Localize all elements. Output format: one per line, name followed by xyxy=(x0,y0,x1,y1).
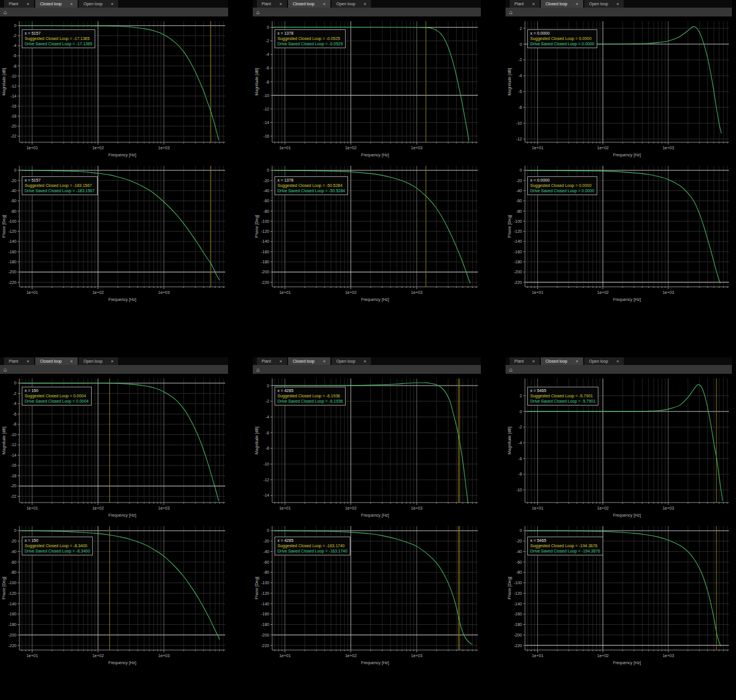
y-tick-label: -4 xyxy=(518,441,522,445)
tab-closed-loop[interactable]: Closed loop✕ xyxy=(288,0,330,8)
y-axis-label: Magnitude [dB] xyxy=(2,427,6,454)
y-tick-label: -14 xyxy=(11,453,16,457)
tab-close-icon[interactable]: ✕ xyxy=(363,359,366,363)
tab-close-icon[interactable]: ✕ xyxy=(616,2,619,6)
tab-label: Open loop xyxy=(589,2,608,6)
home-icon[interactable]: ⌂ xyxy=(4,367,7,373)
tab-close-icon[interactable]: ✕ xyxy=(616,359,619,363)
y-tick-label: -14 xyxy=(11,94,16,98)
tab-close-icon[interactable]: ✕ xyxy=(279,359,282,363)
home-icon[interactable]: ⌂ xyxy=(4,9,7,15)
y-axis-label: Phase [Deg] xyxy=(2,215,6,238)
tab-plant[interactable]: Plant✕ xyxy=(4,357,34,365)
home-icon[interactable]: ⌂ xyxy=(509,367,513,373)
charts-area: 0-2-4-6-8-10-12-141e+011e+021e+03Frequen… xyxy=(253,374,481,669)
y-tick-label: -80 xyxy=(11,209,16,213)
tab-open-loop[interactable]: Open loop✕ xyxy=(584,0,624,8)
y-tick-label: -220 xyxy=(261,644,269,648)
tab-close-icon[interactable]: ✕ xyxy=(70,359,73,363)
tab-plant[interactable]: Plant✕ xyxy=(510,0,540,8)
tab-closed-loop[interactable]: Closed loop✕ xyxy=(288,357,330,365)
y-tick-label: -10 xyxy=(516,121,522,125)
tab-close-icon[interactable]: ✕ xyxy=(532,2,535,6)
charts-area: 0-2-4-6-8-10-12-14-161e+011e+021e+03Freq… xyxy=(253,16,481,306)
tab-plant[interactable]: Plant✕ xyxy=(510,357,540,365)
y-tick-label: -10 xyxy=(263,93,269,98)
y-tick-label: -2 xyxy=(266,39,269,43)
y-axis-label: Magnitude [dB] xyxy=(507,68,512,95)
y-tick-label: -120 xyxy=(261,591,269,595)
tab-plant[interactable]: Plant✕ xyxy=(257,0,287,8)
y-tick-label: -18 xyxy=(11,114,16,118)
tab-open-loop[interactable]: Open loop✕ xyxy=(584,357,624,365)
magnitude-chart-container: 20-2-4-6-8-10-121e+011e+021e+03Frequency… xyxy=(506,16,732,161)
y-tick-label: -16 xyxy=(263,134,269,138)
tab-closed-loop[interactable]: Closed loop✕ xyxy=(541,357,583,365)
tab-close-icon[interactable]: ✕ xyxy=(26,359,29,363)
tab-label: Open loop xyxy=(83,359,102,363)
x-axis-label: Frequency [Hz] xyxy=(613,297,641,302)
tab-label: Plant xyxy=(9,359,18,363)
magnitude-chart-container: 20-2-4-6-8-101e+011e+021e+03Frequency [H… xyxy=(506,374,732,521)
tab-open-loop[interactable]: Open loop✕ xyxy=(79,357,118,365)
tab-closed-loop[interactable]: Closed loop✕ xyxy=(35,357,78,365)
tab-plant[interactable]: Plant✕ xyxy=(4,0,34,8)
drive-saved-closed-loop-value: Drive Saved Closed Loop = -5.7901 xyxy=(530,398,596,404)
y-tick-label: -100 xyxy=(8,219,16,223)
y-tick-label: -80 xyxy=(263,570,269,574)
y-tick-label: -8 xyxy=(266,80,269,84)
bode-panel: Plant✕Closed loop✕Open loop✕⌂0-2-4-6-8-1… xyxy=(0,357,228,669)
y-tick-label: -60 xyxy=(263,560,269,564)
y-tick-label: -160 xyxy=(261,612,269,616)
tab-close-icon[interactable]: ✕ xyxy=(323,359,326,363)
x-axis-label: Frequency [Hz] xyxy=(613,661,641,665)
tab-plant[interactable]: Plant✕ xyxy=(257,357,287,365)
y-tick-label: -80 xyxy=(263,209,269,213)
x-tick-label: 1e+02 xyxy=(92,290,104,294)
tab-close-icon[interactable]: ✕ xyxy=(70,2,73,6)
y-tick-label: -140 xyxy=(8,239,16,243)
tab-close-icon[interactable]: ✕ xyxy=(26,2,29,6)
home-icon[interactable]: ⌂ xyxy=(256,9,260,15)
x-tick-label: 1e+02 xyxy=(597,290,609,294)
y-tick-label: 2 xyxy=(520,394,522,398)
tab-open-loop[interactable]: Open loop✕ xyxy=(332,357,371,365)
y-tick-label: -2 xyxy=(13,34,16,38)
tab-label: Plant xyxy=(514,2,524,6)
y-axis-label: Phase [Deg] xyxy=(255,215,259,238)
tab-bar: Plant✕Closed loop✕Open loop✕ xyxy=(506,357,732,365)
home-icon[interactable]: ⌂ xyxy=(509,9,513,15)
tab-close-icon[interactable]: ✕ xyxy=(576,2,578,6)
tab-open-loop[interactable]: Open loop✕ xyxy=(332,0,371,8)
y-tick-label: -120 xyxy=(8,591,16,595)
y-axis-label: Magnitude [dB] xyxy=(255,427,259,454)
x-tick-label: 1e+01 xyxy=(279,146,291,150)
tab-close-icon[interactable]: ✕ xyxy=(323,2,326,6)
tab-close-icon[interactable]: ✕ xyxy=(576,359,578,363)
x-axis-label: Frequency [Hz] xyxy=(108,153,136,158)
tab-close-icon[interactable]: ✕ xyxy=(363,2,366,6)
tab-close-icon[interactable]: ✕ xyxy=(532,359,535,363)
y-tick-label: -10 xyxy=(11,74,16,78)
y-tick-label: -200 xyxy=(261,633,269,637)
y-tick-label: -20 xyxy=(11,539,16,543)
suggested-closed-loop-value: Suggested Closed Loop = -194.3676 xyxy=(530,543,600,548)
tab-closed-loop[interactable]: Closed loop✕ xyxy=(35,0,78,8)
tab-label: Closed loop xyxy=(293,2,315,6)
tab-close-icon[interactable]: ✕ xyxy=(111,2,113,6)
cursor-x-value: x = 150 xyxy=(25,388,89,393)
tab-closed-loop[interactable]: Closed loop✕ xyxy=(541,0,583,8)
y-tick-label: -6 xyxy=(266,66,269,70)
x-axis-label: Frequency [Hz] xyxy=(361,513,389,518)
suggested-closed-loop-value: Suggested Closed Loop = -17.1365 xyxy=(25,36,92,41)
y-tick-label: -6 xyxy=(266,431,269,435)
tab-open-loop[interactable]: Open loop✕ xyxy=(79,0,118,8)
drive-saved-closed-loop-value: Drive Saved Closed Loop = -163.1740 xyxy=(277,548,347,554)
x-tick-label: 1e+02 xyxy=(92,654,104,658)
tab-close-icon[interactable]: ✕ xyxy=(279,2,282,6)
tab-close-icon[interactable]: ✕ xyxy=(111,359,113,363)
home-icon[interactable]: ⌂ xyxy=(256,367,260,373)
cursor-readout: x = 150Suggested Closed Loop = 0.0004Dri… xyxy=(22,387,92,406)
x-tick-label: 1e+01 xyxy=(279,290,291,294)
tab-bar: Plant✕Closed loop✕Open loop✕ xyxy=(0,0,228,8)
